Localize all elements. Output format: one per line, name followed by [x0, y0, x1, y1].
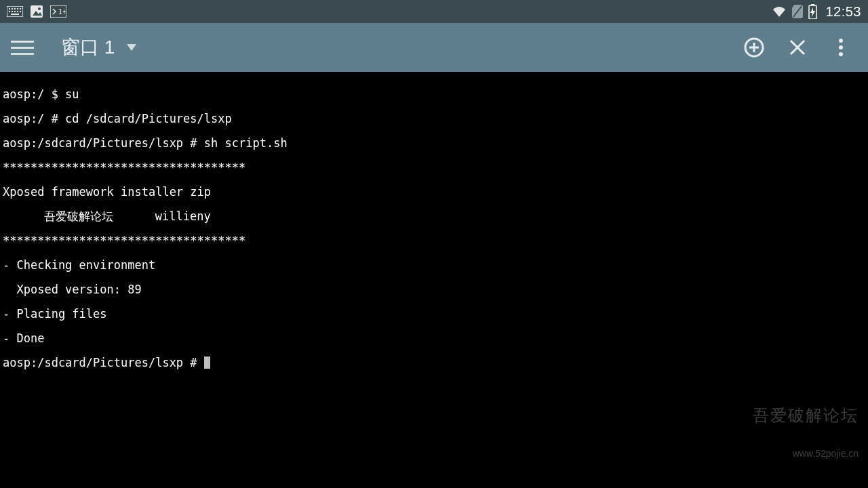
terminal-output[interactable]: aosp:/ $ su aosp:/ # cd /sdcard/Pictures… [0, 72, 868, 488]
overflow-menu-button[interactable] [825, 31, 857, 64]
svg-point-27 [839, 39, 843, 43]
terminal-line: 吾爱破解论坛 willieny [3, 210, 865, 222]
terminal-line: - Checking environment [3, 259, 865, 271]
status-clock: 12:53 [825, 4, 861, 20]
terminal-line: - Done [3, 332, 865, 344]
svg-rect-7 [12, 11, 13, 12]
window-title: 窗口 1 [61, 35, 115, 60]
svg-point-29 [839, 52, 843, 56]
svg-rect-4 [17, 8, 18, 9]
menu-button[interactable] [11, 41, 34, 55]
svg-text:1+: 1+ [58, 8, 66, 16]
terminal-line: Xposed version: 89 [3, 283, 865, 296]
terminal-line: Xposed framework installer zip [3, 186, 865, 198]
close-button[interactable] [781, 31, 814, 64]
svg-rect-11 [11, 14, 19, 15]
new-session-button[interactable] [738, 31, 770, 64]
svg-rect-8 [14, 11, 16, 12]
svg-marker-20 [810, 7, 815, 17]
svg-marker-21 [127, 44, 136, 51]
watermark: 吾爱破解论坛 www.52pojie.cn [753, 385, 859, 484]
terminal-line: - Placing files [3, 308, 865, 320]
terminal-line: aosp:/ # cd /sdcard/Pictures/lsxp [3, 113, 865, 125]
terminal-line: aosp:/ $ su [3, 88, 865, 100]
terminal-cursor [204, 357, 210, 369]
app-toolbar: 窗口 1 [0, 23, 868, 72]
watermark-title: 吾爱破解论坛 [753, 409, 859, 422]
svg-rect-9 [17, 11, 18, 12]
wifi-icon [772, 5, 787, 18]
terminal-line: aosp:/sdcard/Pictures/lsxp # sh script.s… [3, 137, 865, 149]
window-selector[interactable]: 窗口 1 [61, 35, 136, 60]
chevron-down-icon [127, 41, 136, 54]
svg-point-14 [38, 7, 41, 10]
no-sim-icon [792, 5, 803, 18]
terminal-line: *********************************** [3, 235, 865, 247]
image-icon [30, 5, 43, 18]
svg-rect-12 [31, 5, 43, 18]
svg-rect-6 [9, 11, 10, 12]
svg-rect-5 [20, 8, 21, 9]
svg-rect-1 [9, 8, 10, 9]
android-status-bar: 1+ 12:53 [0, 0, 868, 23]
watermark-url: www.52pojie.cn [753, 447, 859, 460]
terminal-line: *********************************** [3, 161, 865, 174]
svg-rect-10 [20, 11, 21, 12]
svg-rect-3 [14, 8, 16, 9]
terminal-prompt-line: aosp:/sdcard/Pictures/lsxp # [3, 357, 865, 369]
keyboard-icon [7, 6, 23, 17]
terminal-badge-icon: 1+ [50, 5, 66, 18]
svg-rect-2 [12, 8, 13, 9]
battery-charging-icon [808, 4, 817, 19]
svg-point-28 [839, 45, 843, 49]
